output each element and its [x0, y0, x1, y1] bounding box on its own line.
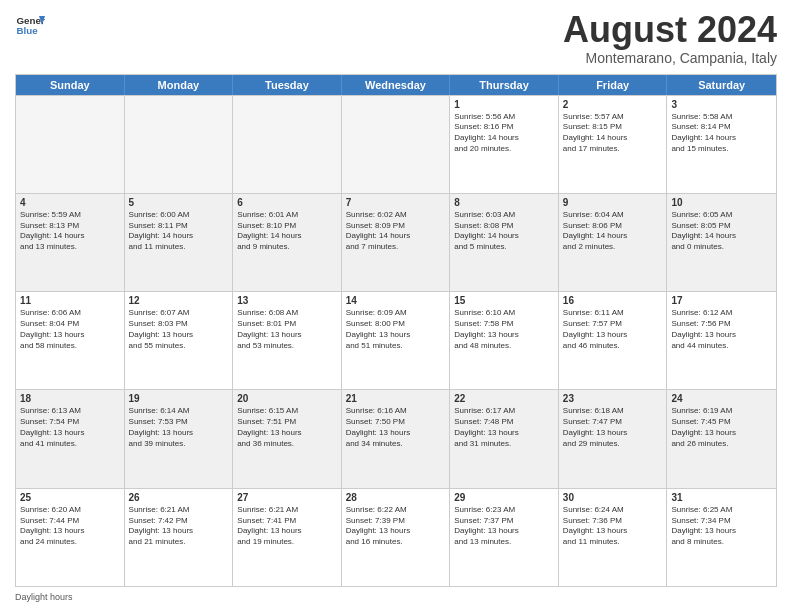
day-number: 29: [454, 492, 554, 503]
day-info: Sunrise: 6:02 AM Sunset: 8:09 PM Dayligh…: [346, 210, 446, 253]
calendar-day-7: 7Sunrise: 6:02 AM Sunset: 8:09 PM Daylig…: [342, 194, 451, 291]
day-info: Sunrise: 6:13 AM Sunset: 7:54 PM Dayligh…: [20, 406, 120, 449]
day-info: Sunrise: 6:06 AM Sunset: 8:04 PM Dayligh…: [20, 308, 120, 351]
day-number: 10: [671, 197, 772, 208]
daylight-label: Daylight hours: [15, 592, 73, 602]
calendar-day-6: 6Sunrise: 6:01 AM Sunset: 8:10 PM Daylig…: [233, 194, 342, 291]
calendar-day-14: 14Sunrise: 6:09 AM Sunset: 8:00 PM Dayli…: [342, 292, 451, 389]
calendar-day-4: 4Sunrise: 5:59 AM Sunset: 8:13 PM Daylig…: [16, 194, 125, 291]
day-number: 3: [671, 99, 772, 110]
day-number: 18: [20, 393, 120, 404]
day-number: 27: [237, 492, 337, 503]
weekday-header-saturday: Saturday: [667, 75, 776, 95]
logo: General Blue: [15, 10, 45, 40]
calendar-day-10: 10Sunrise: 6:05 AM Sunset: 8:05 PM Dayli…: [667, 194, 776, 291]
day-info: Sunrise: 5:57 AM Sunset: 8:15 PM Dayligh…: [563, 112, 663, 155]
calendar-day-12: 12Sunrise: 6:07 AM Sunset: 8:03 PM Dayli…: [125, 292, 234, 389]
calendar-day-18: 18Sunrise: 6:13 AM Sunset: 7:54 PM Dayli…: [16, 390, 125, 487]
day-number: 30: [563, 492, 663, 503]
calendar-day-21: 21Sunrise: 6:16 AM Sunset: 7:50 PM Dayli…: [342, 390, 451, 487]
calendar: SundayMondayTuesdayWednesdayThursdayFrid…: [15, 74, 777, 587]
title-block: August 2024 Montemarano, Campania, Italy: [563, 10, 777, 66]
day-number: 15: [454, 295, 554, 306]
day-number: 6: [237, 197, 337, 208]
day-info: Sunrise: 6:07 AM Sunset: 8:03 PM Dayligh…: [129, 308, 229, 351]
day-info: Sunrise: 5:58 AM Sunset: 8:14 PM Dayligh…: [671, 112, 772, 155]
day-number: 1: [454, 99, 554, 110]
month-title: August 2024: [563, 10, 777, 50]
calendar-day-9: 9Sunrise: 6:04 AM Sunset: 8:06 PM Daylig…: [559, 194, 668, 291]
day-number: 13: [237, 295, 337, 306]
day-number: 21: [346, 393, 446, 404]
day-number: 16: [563, 295, 663, 306]
day-number: 14: [346, 295, 446, 306]
calendar-day-8: 8Sunrise: 6:03 AM Sunset: 8:08 PM Daylig…: [450, 194, 559, 291]
day-info: Sunrise: 6:11 AM Sunset: 7:57 PM Dayligh…: [563, 308, 663, 351]
day-number: 24: [671, 393, 772, 404]
day-number: 4: [20, 197, 120, 208]
calendar-day-22: 22Sunrise: 6:17 AM Sunset: 7:48 PM Dayli…: [450, 390, 559, 487]
day-info: Sunrise: 6:14 AM Sunset: 7:53 PM Dayligh…: [129, 406, 229, 449]
calendar-week-1: 1Sunrise: 5:56 AM Sunset: 8:16 PM Daylig…: [16, 95, 776, 193]
calendar-header: SundayMondayTuesdayWednesdayThursdayFrid…: [16, 75, 776, 95]
day-number: 20: [237, 393, 337, 404]
calendar-week-4: 18Sunrise: 6:13 AM Sunset: 7:54 PM Dayli…: [16, 389, 776, 487]
calendar-day-1: 1Sunrise: 5:56 AM Sunset: 8:16 PM Daylig…: [450, 96, 559, 193]
weekday-header-monday: Monday: [125, 75, 234, 95]
day-info: Sunrise: 6:24 AM Sunset: 7:36 PM Dayligh…: [563, 505, 663, 548]
calendar-day-19: 19Sunrise: 6:14 AM Sunset: 7:53 PM Dayli…: [125, 390, 234, 487]
day-number: 12: [129, 295, 229, 306]
day-info: Sunrise: 6:16 AM Sunset: 7:50 PM Dayligh…: [346, 406, 446, 449]
svg-text:Blue: Blue: [17, 25, 39, 36]
calendar-day-28: 28Sunrise: 6:22 AM Sunset: 7:39 PM Dayli…: [342, 489, 451, 586]
day-number: 9: [563, 197, 663, 208]
day-number: 22: [454, 393, 554, 404]
day-number: 23: [563, 393, 663, 404]
day-info: Sunrise: 6:09 AM Sunset: 8:00 PM Dayligh…: [346, 308, 446, 351]
calendar-week-2: 4Sunrise: 5:59 AM Sunset: 8:13 PM Daylig…: [16, 193, 776, 291]
day-info: Sunrise: 6:25 AM Sunset: 7:34 PM Dayligh…: [671, 505, 772, 548]
day-info: Sunrise: 6:05 AM Sunset: 8:05 PM Dayligh…: [671, 210, 772, 253]
logo-icon: General Blue: [15, 10, 45, 40]
page: General Blue August 2024 Montemarano, Ca…: [0, 0, 792, 612]
day-number: 7: [346, 197, 446, 208]
day-info: Sunrise: 5:59 AM Sunset: 8:13 PM Dayligh…: [20, 210, 120, 253]
calendar-week-3: 11Sunrise: 6:06 AM Sunset: 8:04 PM Dayli…: [16, 291, 776, 389]
weekday-header-thursday: Thursday: [450, 75, 559, 95]
day-info: Sunrise: 6:10 AM Sunset: 7:58 PM Dayligh…: [454, 308, 554, 351]
calendar-day-30: 30Sunrise: 6:24 AM Sunset: 7:36 PM Dayli…: [559, 489, 668, 586]
calendar-week-5: 25Sunrise: 6:20 AM Sunset: 7:44 PM Dayli…: [16, 488, 776, 586]
calendar-day-16: 16Sunrise: 6:11 AM Sunset: 7:57 PM Dayli…: [559, 292, 668, 389]
day-number: 2: [563, 99, 663, 110]
calendar-day-23: 23Sunrise: 6:18 AM Sunset: 7:47 PM Dayli…: [559, 390, 668, 487]
day-number: 11: [20, 295, 120, 306]
day-info: Sunrise: 6:00 AM Sunset: 8:11 PM Dayligh…: [129, 210, 229, 253]
calendar-day-15: 15Sunrise: 6:10 AM Sunset: 7:58 PM Dayli…: [450, 292, 559, 389]
day-info: Sunrise: 6:12 AM Sunset: 7:56 PM Dayligh…: [671, 308, 772, 351]
day-info: Sunrise: 6:22 AM Sunset: 7:39 PM Dayligh…: [346, 505, 446, 548]
weekday-header-friday: Friday: [559, 75, 668, 95]
calendar-body: 1Sunrise: 5:56 AM Sunset: 8:16 PM Daylig…: [16, 95, 776, 586]
day-number: 31: [671, 492, 772, 503]
calendar-empty-cell: [16, 96, 125, 193]
day-info: Sunrise: 6:18 AM Sunset: 7:47 PM Dayligh…: [563, 406, 663, 449]
calendar-day-3: 3Sunrise: 5:58 AM Sunset: 8:14 PM Daylig…: [667, 96, 776, 193]
weekday-header-wednesday: Wednesday: [342, 75, 451, 95]
footer: Daylight hours: [15, 592, 777, 602]
day-number: 25: [20, 492, 120, 503]
day-info: Sunrise: 6:21 AM Sunset: 7:42 PM Dayligh…: [129, 505, 229, 548]
calendar-day-27: 27Sunrise: 6:21 AM Sunset: 7:41 PM Dayli…: [233, 489, 342, 586]
calendar-day-2: 2Sunrise: 5:57 AM Sunset: 8:15 PM Daylig…: [559, 96, 668, 193]
calendar-empty-cell: [233, 96, 342, 193]
calendar-day-24: 24Sunrise: 6:19 AM Sunset: 7:45 PM Dayli…: [667, 390, 776, 487]
calendar-day-20: 20Sunrise: 6:15 AM Sunset: 7:51 PM Dayli…: [233, 390, 342, 487]
weekday-header-tuesday: Tuesday: [233, 75, 342, 95]
day-number: 28: [346, 492, 446, 503]
day-number: 17: [671, 295, 772, 306]
day-info: Sunrise: 6:17 AM Sunset: 7:48 PM Dayligh…: [454, 406, 554, 449]
calendar-empty-cell: [342, 96, 451, 193]
day-info: Sunrise: 5:56 AM Sunset: 8:16 PM Dayligh…: [454, 112, 554, 155]
calendar-day-29: 29Sunrise: 6:23 AM Sunset: 7:37 PM Dayli…: [450, 489, 559, 586]
day-info: Sunrise: 6:23 AM Sunset: 7:37 PM Dayligh…: [454, 505, 554, 548]
day-number: 5: [129, 197, 229, 208]
